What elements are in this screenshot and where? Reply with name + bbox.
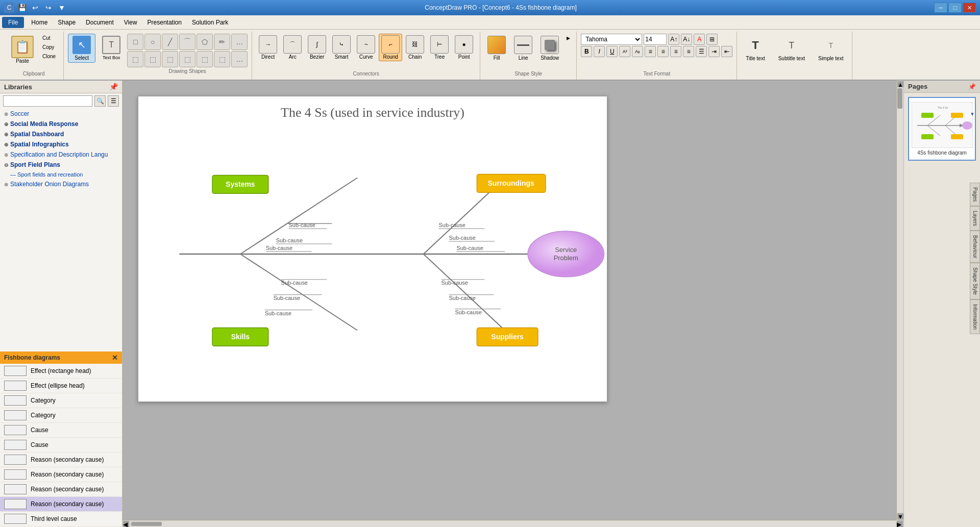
fishbone-item-2[interactable]: Category bbox=[0, 393, 122, 408]
rpt-layers[interactable]: Layers bbox=[970, 206, 980, 231]
dt-more[interactable]: … bbox=[231, 34, 248, 50]
thumb-dropdown-icon[interactable]: ▼ bbox=[970, 111, 975, 117]
smart-connector-btn[interactable]: ⤷ Smart bbox=[330, 34, 353, 61]
dt-arc[interactable]: ⌒ bbox=[179, 34, 195, 50]
dt-poly[interactable]: ⬠ bbox=[197, 34, 213, 50]
italic-btn[interactable]: I bbox=[594, 46, 605, 57]
qa-redo-btn[interactable]: ↪ bbox=[43, 2, 54, 13]
font-size-down-btn[interactable]: A↓ bbox=[681, 34, 692, 45]
dt-line[interactable]: ╱ bbox=[162, 34, 178, 50]
vscroll-down-btn[interactable]: ▼ bbox=[897, 513, 903, 519]
list-btn[interactable]: ☰ bbox=[696, 46, 707, 57]
dt-free[interactable]: ✏ bbox=[214, 34, 230, 50]
dt-ellipse[interactable]: ○ bbox=[144, 34, 161, 50]
dt-arr5[interactable]: ⬚ bbox=[197, 51, 213, 67]
font-select[interactable]: Tahoma bbox=[581, 34, 642, 45]
menu-solution-park[interactable]: Solution Park bbox=[187, 17, 233, 28]
page-thumbnail[interactable]: The 4 Ss 4Ss fishbone diagram ▼ bbox=[908, 97, 976, 161]
menu-file[interactable]: File bbox=[2, 17, 24, 28]
fishbone-item-0[interactable]: Effect (rectange head) bbox=[0, 364, 122, 379]
hscroll-right-btn[interactable]: ▶ bbox=[897, 521, 903, 527]
menu-view[interactable]: View bbox=[119, 17, 142, 28]
dt-arr3[interactable]: ⬚ bbox=[162, 51, 178, 67]
vscroll-track[interactable] bbox=[897, 88, 903, 513]
qa-undo-btn[interactable]: ↩ bbox=[30, 2, 41, 13]
simple-text-btn[interactable]: T Simple text bbox=[814, 34, 848, 64]
clone-button[interactable]: Clone bbox=[39, 52, 59, 61]
hscroll-thumb[interactable] bbox=[131, 522, 162, 526]
text-more-btn[interactable]: ⊞ bbox=[706, 34, 718, 45]
library-search-input[interactable] bbox=[3, 95, 92, 107]
font-size-input[interactable] bbox=[644, 34, 667, 45]
dt-arr4[interactable]: ⬚ bbox=[179, 51, 195, 67]
lib-item-spec[interactable]: ⊕ Specification and Description Langu bbox=[0, 149, 122, 160]
lib-item-spatial-info[interactable]: ⊕ Spatial Infographics bbox=[0, 139, 122, 149]
font-color-btn[interactable]: A bbox=[694, 34, 705, 45]
minimize-btn[interactable]: ─ bbox=[934, 3, 947, 13]
sub-btn[interactable]: A₂ bbox=[632, 46, 643, 57]
rpt-shape-style[interactable]: Shape Style bbox=[970, 263, 980, 299]
lib-item-spatial-dash[interactable]: ⊕ Spatial Dashboard bbox=[0, 129, 122, 139]
fishbone-item-9[interactable]: Reason (secondary cause) bbox=[0, 497, 122, 512]
maximize-btn[interactable]: □ bbox=[948, 3, 962, 13]
align-right-btn[interactable]: ≡ bbox=[670, 46, 681, 57]
bezier-connector-btn[interactable]: ∫ Bezier bbox=[305, 34, 329, 61]
align-justify-btn[interactable]: ≡ bbox=[683, 46, 694, 57]
fishbone-item-1[interactable]: Effect (ellipse head) bbox=[0, 379, 122, 393]
outdent-btn[interactable]: ⇤ bbox=[721, 46, 732, 57]
line-btn[interactable]: Line bbox=[511, 34, 535, 63]
round-connector-btn[interactable]: ⌐ Round bbox=[379, 34, 402, 61]
lib-item-sport[interactable]: ⊖ Sport Field Plans bbox=[0, 160, 122, 170]
menu-presentation[interactable]: Presentation bbox=[142, 17, 187, 28]
copy-button[interactable]: Copy bbox=[39, 43, 59, 52]
rpt-pages[interactable]: Pages bbox=[970, 183, 980, 206]
underline-btn[interactable]: U bbox=[606, 46, 618, 57]
fishbone-item-4[interactable]: Cause bbox=[0, 423, 122, 438]
hscroll-left-btn[interactable]: ◀ bbox=[123, 521, 129, 527]
shape-style-expand[interactable]: ▸ bbox=[567, 34, 570, 42]
curve-connector-btn[interactable]: ~ Curve bbox=[354, 34, 378, 61]
canvas-scroll[interactable]: The 4 Ss (used in service industry) bbox=[122, 81, 896, 520]
dt-arr6[interactable]: ⬚ bbox=[214, 51, 230, 67]
fishbone-item-8[interactable]: Reason (secondary cause) bbox=[0, 482, 122, 497]
menu-document[interactable]: Document bbox=[81, 17, 119, 28]
hscroll-track[interactable] bbox=[131, 521, 895, 526]
rpt-information[interactable]: Information bbox=[970, 299, 980, 334]
vscroll-thumb[interactable] bbox=[897, 88, 902, 109]
qa-dropdown-btn[interactable]: ▼ bbox=[56, 2, 67, 13]
paste-button[interactable]: 📋 Paste bbox=[8, 34, 37, 66]
fishbone-item-7[interactable]: Reason (secondary cause) bbox=[0, 467, 122, 482]
font-size-up-btn[interactable]: A↑ bbox=[668, 34, 679, 45]
vscroll-up-btn[interactable]: ▲ bbox=[897, 81, 903, 87]
fishbone-section-header[interactable]: Fishbone diagrams ✕ bbox=[0, 352, 122, 364]
rpt-behaviour[interactable]: Behaviour bbox=[970, 231, 980, 263]
super-btn[interactable]: A² bbox=[619, 46, 630, 57]
textbox-tool-btn[interactable]: T Text Box bbox=[97, 34, 125, 62]
canvas-vscrollbar[interactable]: ▲ ▼ bbox=[896, 81, 903, 520]
indent-btn[interactable]: ⇥ bbox=[708, 46, 720, 57]
lib-item-social[interactable]: ⊕ Social Media Response bbox=[0, 119, 122, 129]
align-left-btn[interactable]: ≡ bbox=[645, 46, 656, 57]
libraries-pin-btn[interactable]: 📌 bbox=[109, 83, 118, 91]
chain-connector-btn[interactable]: ⛓ Chain bbox=[403, 34, 427, 61]
fishbone-item-3[interactable]: Category bbox=[0, 408, 122, 423]
qa-save-btn[interactable]: 💾 bbox=[16, 2, 28, 13]
subtitle-text-btn[interactable]: T Subtitle text bbox=[774, 34, 810, 64]
arc-connector-btn[interactable]: ⌒ Arc bbox=[281, 34, 304, 61]
title-text-btn[interactable]: T Title text bbox=[741, 34, 769, 64]
dt-rect[interactable]: □ bbox=[127, 34, 143, 50]
fishbone-item-5[interactable]: Cause bbox=[0, 438, 122, 453]
library-list-btn[interactable]: ☰ bbox=[108, 95, 119, 107]
cut-button[interactable]: Cut bbox=[39, 34, 59, 42]
dt-arr1[interactable]: ⬚ bbox=[127, 51, 143, 67]
library-search-btn[interactable]: 🔍 bbox=[94, 95, 106, 107]
align-center-btn[interactable]: ≡ bbox=[657, 46, 669, 57]
shadow-btn[interactable]: Shadow bbox=[537, 34, 562, 63]
canvas-hscrollbar[interactable]: ◀ ▶ bbox=[122, 520, 903, 527]
fill-btn[interactable]: Fill bbox=[484, 34, 509, 63]
fishbone-item-6[interactable]: Reason (secondary cause) bbox=[0, 453, 122, 467]
menu-shape[interactable]: Shape bbox=[53, 17, 81, 28]
menu-home[interactable]: Home bbox=[26, 17, 53, 28]
dt-more2[interactable]: … bbox=[231, 51, 248, 67]
select-tool-btn[interactable]: ↖ Select bbox=[68, 34, 95, 63]
